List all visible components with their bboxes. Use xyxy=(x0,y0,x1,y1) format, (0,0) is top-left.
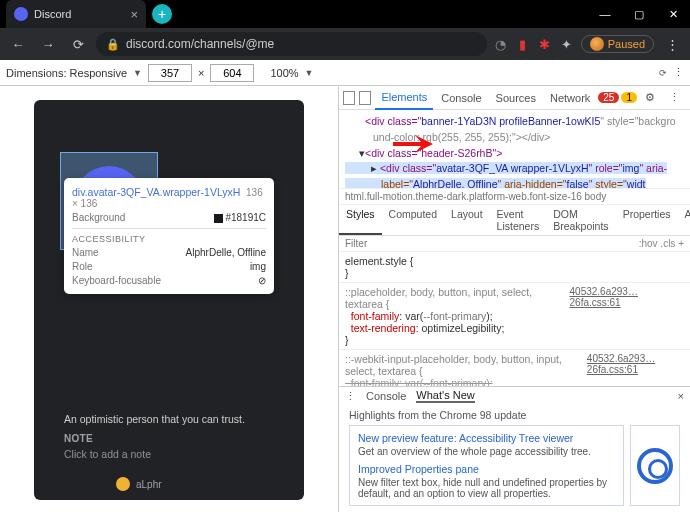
subtab-computed[interactable]: Computed xyxy=(382,205,444,235)
width-input[interactable] xyxy=(148,64,192,82)
whatsnew-card[interactable]: New preview feature: Accessibility Tree … xyxy=(349,425,624,506)
tab-console[interactable]: Console xyxy=(435,86,487,110)
about-text: An optimistic person that you can trust. xyxy=(64,413,274,425)
drawer: ⋮ Console What's New × Highlights from t… xyxy=(339,386,690,512)
device-mode[interactable]: Dimensions: Responsive xyxy=(6,67,127,79)
kebab-icon[interactable]: ⋮ xyxy=(673,66,684,79)
minimize-button[interactable]: ― xyxy=(588,0,622,28)
subtab-styles[interactable]: Styles xyxy=(339,205,382,235)
tab-sources[interactable]: Sources xyxy=(490,86,542,110)
subtab-layout[interactable]: Layout xyxy=(444,205,490,235)
subtab-events[interactable]: Event Listeners xyxy=(490,205,547,235)
device-toolbar: Dimensions: Responsive ▼ × 100% ▼ ⟳ ⋮ xyxy=(0,60,690,86)
reload-button[interactable]: ⟳ xyxy=(66,37,90,52)
close-tab-icon[interactable]: × xyxy=(130,7,138,22)
lock-icon: 🔒 xyxy=(106,38,120,51)
extension-icon[interactable]: ◔ xyxy=(493,36,509,52)
gear-icon[interactable]: ⚙ xyxy=(639,86,661,110)
user-panel[interactable]: aLphr xyxy=(110,474,240,494)
elements-tree[interactable]: <div class="banner-1YaD3N profileBanner-… xyxy=(339,110,690,188)
styles-pane[interactable]: element.style {} ::placeholder, body, bu… xyxy=(339,252,690,386)
tab-title: Discord xyxy=(34,8,71,20)
extension-icon[interactable]: ▮ xyxy=(515,36,531,52)
no-icon: ⊘ xyxy=(258,275,266,286)
profile-card: An optimistic person that you can trust.… xyxy=(64,413,274,460)
browser-toolbar: ← → ⟳ 🔒 discord.com/channels/@me ◔ ▮ ✱ ✦… xyxy=(0,28,690,60)
maximize-button[interactable]: ▢ xyxy=(622,0,656,28)
warning-count[interactable]: 1 xyxy=(621,92,637,103)
breadcrumb[interactable]: html.full-motion.theme-dark.platform-web… xyxy=(339,188,690,205)
subtab-a11y[interactable]: Accessibility xyxy=(677,205,690,235)
inspect-icon[interactable] xyxy=(343,91,355,105)
extension-icon[interactable]: ✱ xyxy=(537,36,553,52)
close-window-button[interactable]: ✕ xyxy=(656,0,690,28)
inspect-tooltip: div.avatar-3QF_VA.wrapper-1VLyxH 136 × 1… xyxy=(64,178,274,294)
chevron-down-icon[interactable]: ▼ xyxy=(305,68,314,78)
mini-avatar xyxy=(116,477,130,491)
device-preview: An optimistic person that you can trust.… xyxy=(0,86,338,512)
kebab-icon[interactable]: ⋮ xyxy=(345,390,356,403)
note-input[interactable]: Click to add a note xyxy=(64,448,274,460)
whatsnew-graphic xyxy=(630,425,680,506)
ring-icon xyxy=(637,448,673,484)
close-drawer-icon[interactable]: × xyxy=(678,390,684,402)
subtab-props[interactable]: Properties xyxy=(616,205,678,235)
phone-frame: An optimistic person that you can trust.… xyxy=(34,100,304,500)
height-input[interactable] xyxy=(210,64,254,82)
menu-button[interactable]: ⋮ xyxy=(660,37,684,52)
username: aLphr xyxy=(136,479,162,490)
red-arrow-icon xyxy=(393,130,433,154)
kebab-icon[interactable]: ⋮ xyxy=(663,86,686,110)
profile-paused-button[interactable]: Paused xyxy=(581,35,654,53)
puzzle-icon[interactable]: ✦ xyxy=(559,36,575,52)
discord-icon xyxy=(14,7,28,21)
zoom-level[interactable]: 100% xyxy=(270,67,298,79)
error-count[interactable]: 25 xyxy=(598,92,619,103)
note-heading: NOTE xyxy=(64,433,274,444)
drawer-tab-whatsnew[interactable]: What's New xyxy=(416,389,474,403)
chevron-down-icon[interactable]: ▼ xyxy=(133,68,142,78)
source-link[interactable]: 40532.6a293…26fa.css:61 xyxy=(570,286,684,310)
tab-network[interactable]: Network xyxy=(544,86,596,110)
browser-tab[interactable]: Discord × xyxy=(6,0,146,28)
device-icon[interactable] xyxy=(359,91,371,105)
forward-button[interactable]: → xyxy=(36,37,60,52)
tab-elements[interactable]: Elements xyxy=(375,86,433,110)
drawer-tab-console[interactable]: Console xyxy=(366,390,406,402)
whatsnew-headline: Highlights from the Chrome 98 update xyxy=(339,405,690,425)
devtools-panel: Elements Console Sources Network 25 1 ⚙ … xyxy=(338,86,690,512)
avatar-icon xyxy=(590,37,604,51)
new-tab-button[interactable]: + xyxy=(152,4,172,24)
subtab-dom[interactable]: DOM Breakpoints xyxy=(546,205,615,235)
tooltip-selector: div.avatar-3QF_VA.wrapper-1VLyxH xyxy=(72,186,240,198)
url-text: discord.com/channels/@me xyxy=(126,37,274,51)
filter-input[interactable] xyxy=(345,238,633,249)
filter-toggles[interactable]: :hov .cls + xyxy=(639,238,684,249)
rotate-icon[interactable]: ⟳ xyxy=(659,68,667,78)
address-bar[interactable]: 🔒 discord.com/channels/@me xyxy=(96,32,487,56)
color-swatch xyxy=(214,214,223,223)
source-link[interactable]: 40532.6a293…26fa.css:61 xyxy=(587,353,684,377)
devtools-tabs: Elements Console Sources Network 25 1 ⚙ … xyxy=(339,86,690,110)
window-titlebar: Discord × + ― ▢ ✕ xyxy=(0,0,690,28)
styles-subtabs: Styles Computed Layout Event Listeners D… xyxy=(339,205,690,236)
back-button[interactable]: ← xyxy=(6,37,30,52)
